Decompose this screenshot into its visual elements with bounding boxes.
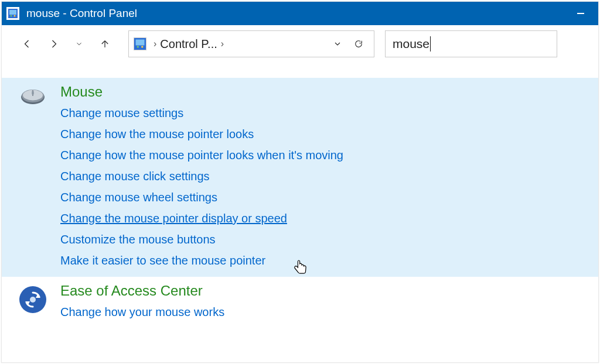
result-link[interactable]: Make it easier to see the mouse pointer [60, 250, 265, 271]
result-link[interactable]: Customize the mouse buttons [60, 229, 216, 250]
svg-point-15 [30, 297, 36, 303]
result-link[interactable]: Change how your mouse works [60, 301, 224, 322]
back-button[interactable] [16, 32, 39, 56]
address-dropdown-button[interactable] [327, 39, 348, 49]
search-value: mouse [393, 37, 429, 51]
control-panel-icon [6, 7, 19, 20]
result-link[interactable]: Change how the mouse pointer looks [60, 123, 254, 145]
text-caret [430, 36, 431, 51]
chevron-right-icon: › [217, 39, 227, 49]
ease-of-access-icon [19, 283, 60, 322]
svg-rect-5 [136, 40, 145, 46]
result-link[interactable]: Change the mouse pointer display or spee… [60, 208, 287, 229]
group-title[interactable]: Mouse [60, 84, 588, 100]
search-input[interactable]: mouse [385, 30, 557, 57]
mouse-icon [19, 84, 60, 271]
refresh-button[interactable] [348, 39, 369, 49]
forward-button[interactable] [42, 32, 65, 56]
svg-rect-1 [9, 10, 16, 15]
svg-point-2 [11, 15, 12, 17]
result-link[interactable]: Change mouse wheel settings [60, 187, 217, 208]
titlebar: mouse - Control Panel [2, 2, 598, 25]
breadcrumb-item[interactable]: Control P... [160, 37, 217, 51]
svg-rect-11 [32, 91, 33, 95]
result-link[interactable]: Change mouse settings [60, 102, 183, 123]
address-bar[interactable]: › Control P... › [128, 30, 374, 57]
up-button[interactable] [93, 32, 117, 56]
result-group-ease: Ease of Access CenterChange how your mou… [2, 277, 598, 328]
svg-point-7 [141, 46, 144, 48]
toolbar: › Control P... › mouse [2, 25, 598, 63]
search-results: MouseChange mouse settingsChange how the… [2, 63, 598, 362]
svg-point-3 [14, 15, 16, 17]
window-controls [567, 2, 594, 25]
chevron-right-icon: › [150, 39, 160, 49]
result-link[interactable]: Change how the mouse pointer looks when … [60, 145, 343, 166]
recent-locations-button[interactable] [67, 32, 91, 56]
control-panel-icon [134, 37, 146, 50]
window-title: mouse - Control Panel [26, 7, 137, 20]
result-group-mouse: MouseChange mouse settingsChange how the… [2, 78, 598, 277]
minimize-button[interactable] [567, 2, 594, 25]
group-title[interactable]: Ease of Access Center [60, 283, 588, 299]
svg-point-6 [137, 46, 139, 48]
result-link[interactable]: Change mouse click settings [60, 166, 210, 187]
